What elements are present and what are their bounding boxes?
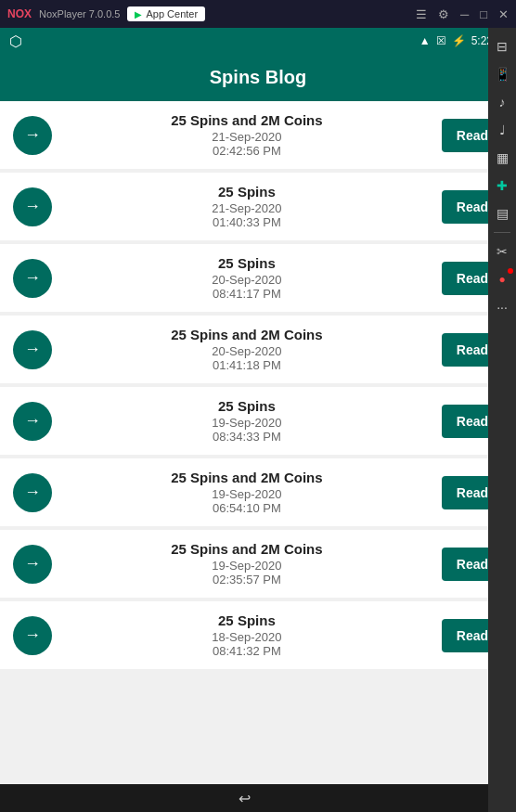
title-bar-controls: ☰ ⚙ ─ □ ✕: [416, 7, 509, 21]
blog-info: 25 Spins and 2M Coins 21-Sep-2020 02:42:…: [63, 112, 431, 158]
app-center-tab[interactable]: ▶ App Center: [127, 6, 205, 21]
status-left: ⬡: [9, 32, 22, 50]
blog-date: 19-Sep-2020: [63, 416, 431, 430]
settings-icon[interactable]: ⚙: [438, 7, 449, 21]
blog-info: 25 Spins 18-Sep-2020 08:41:32 PM: [63, 612, 431, 658]
screenshot-icon[interactable]: ⊟: [491, 35, 513, 58]
blog-time: 08:34:33 PM: [63, 430, 431, 444]
add-apk-icon[interactable]: ✚: [491, 174, 513, 197]
blog-title: 25 Spins: [63, 612, 431, 628]
arrow-button[interactable]: →: [13, 187, 52, 226]
blog-item: → 25 Spins 21-Sep-2020 01:40:33 PM Read: [0, 173, 516, 240]
arrow-button[interactable]: →: [13, 545, 52, 584]
blog-item: → 25 Spins and 2M Coins 21-Sep-2020 02:4…: [0, 101, 516, 169]
app-header: Spins Blog: [0, 54, 516, 101]
blog-title: 25 Spins: [63, 255, 431, 271]
volume-up-icon[interactable]: ♪: [491, 91, 513, 113]
blog-time: 01:41:18 PM: [63, 358, 431, 372]
phone-icon[interactable]: 📱: [491, 63, 513, 85]
right-sidebar: ⊟ 📱 ♪ ♩ ▦ ✚ ▤ ✂ ● ···: [488, 28, 516, 812]
nox-logo: NOX: [7, 7, 32, 20]
blog-date: 20-Sep-2020: [63, 344, 431, 358]
blog-time: 08:41:17 PM: [63, 287, 431, 301]
blog-info: 25 Spins and 2M Coins 20-Sep-2020 01:41:…: [63, 327, 431, 372]
screen-icon[interactable]: ▦: [491, 147, 513, 169]
arrow-button[interactable]: →: [13, 116, 52, 155]
blog-time: 06:54:10 PM: [63, 501, 431, 515]
blog-date: 19-Sep-2020: [63, 487, 431, 501]
blog-title: 25 Spins and 2M Coins: [63, 470, 431, 485]
minimize-icon[interactable]: ─: [460, 7, 469, 21]
bottom-bar: ↩: [0, 784, 488, 812]
blog-info: 25 Spins and 2M Coins 19-Sep-2020 02:35:…: [63, 541, 431, 586]
menu-icon[interactable]: ☰: [416, 7, 427, 21]
close-icon[interactable]: ✕: [498, 7, 509, 21]
blog-title: 25 Spins: [63, 184, 431, 200]
blog-info: 25 Spins 19-Sep-2020 08:34:33 PM: [63, 398, 431, 444]
blog-date: 21-Sep-2020: [63, 130, 431, 144]
title-bar: NOX NoxPlayer 7.0.0.5 ▶ App Center ☰ ⚙ ─…: [0, 0, 516, 28]
nox-icon: ⬡: [9, 32, 22, 50]
blog-date: 20-Sep-2020: [63, 273, 431, 287]
blog-item: → 25 Spins 19-Sep-2020 08:34:33 PM Read: [0, 387, 516, 455]
play-icon: ▶: [135, 9, 142, 19]
battery-icon: ⚡: [452, 34, 466, 47]
back-button[interactable]: ↩: [239, 790, 251, 807]
blog-date: 21-Sep-2020: [63, 201, 431, 215]
blog-title: 25 Spins: [63, 398, 431, 414]
blog-info: 25 Spins 21-Sep-2020 01:40:33 PM: [63, 184, 431, 229]
signal-icon: ☒: [436, 34, 446, 47]
blog-info: 25 Spins and 2M Coins 19-Sep-2020 06:54:…: [63, 470, 431, 515]
more-icon[interactable]: ···: [491, 296, 513, 318]
blog-date: 19-Sep-2020: [63, 559, 431, 573]
record-indicator: [508, 268, 513, 274]
blog-time: 02:42:56 PM: [63, 144, 431, 158]
blog-time: 08:41:32 PM: [63, 644, 431, 658]
blog-item: → 25 Spins 18-Sep-2020 08:41:32 PM Read: [0, 601, 516, 669]
app-center-label: App Center: [146, 8, 198, 19]
record-icon[interactable]: ●: [491, 268, 513, 290]
scissors-icon[interactable]: ✂: [491, 240, 513, 263]
nox-version: NoxPlayer 7.0.0.5: [39, 8, 120, 19]
blog-info: 25 Spins 20-Sep-2020 08:41:17 PM: [63, 255, 431, 301]
blog-item: → 25 Spins and 2M Coins 19-Sep-2020 02:3…: [0, 530, 516, 598]
volume-down-icon[interactable]: ♩: [491, 119, 513, 141]
blog-list: → 25 Spins and 2M Coins 21-Sep-2020 02:4…: [0, 101, 516, 811]
blog-title: 25 Spins and 2M Coins: [63, 541, 431, 557]
arrow-button[interactable]: →: [13, 616, 52, 655]
arrow-button[interactable]: →: [13, 259, 52, 298]
blog-date: 18-Sep-2020: [63, 630, 431, 644]
blog-time: 01:40:33 PM: [63, 215, 431, 229]
blog-item: → 25 Spins and 2M Coins 20-Sep-2020 01:4…: [0, 316, 516, 383]
blog-time: 02:35:57 PM: [63, 573, 431, 586]
blog-item: → 25 Spins and 2M Coins 19-Sep-2020 06:5…: [0, 458, 516, 526]
arrow-button[interactable]: →: [13, 473, 52, 512]
maximize-icon[interactable]: □: [480, 7, 487, 21]
arrow-button[interactable]: →: [13, 330, 52, 369]
blog-item: → 25 Spins 20-Sep-2020 08:41:17 PM Read: [0, 244, 516, 312]
page-title: Spins Blog: [210, 67, 306, 87]
wifi-icon: ▲: [419, 34, 431, 47]
blog-title: 25 Spins and 2M Coins: [63, 327, 431, 342]
blog-title: 25 Spins and 2M Coins: [63, 112, 431, 128]
arrow-button[interactable]: →: [13, 402, 52, 441]
print-icon[interactable]: ▤: [491, 202, 513, 225]
status-bar: ⬡ ▲ ☒ ⚡ 5:22 ⤢: [0, 28, 516, 54]
sidebar-separator: [494, 232, 510, 233]
